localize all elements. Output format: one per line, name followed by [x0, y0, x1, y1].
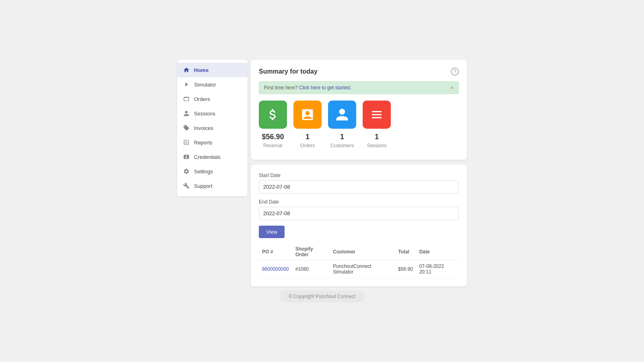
id-card-icon — [183, 153, 190, 160]
summary-title: Summary for today — [259, 68, 318, 75]
stat-revenue: $56.90 Revenue — [259, 101, 287, 148]
banner-close-button[interactable]: × — [450, 85, 454, 90]
sessions-label: Sessions — [367, 143, 387, 148]
main-wrapper: Home Simulator — [177, 60, 467, 286]
gear-icon — [183, 168, 190, 175]
cell-po: 8600000000 — [259, 260, 292, 278]
summary-card: Summary for today ? First time here? Cli… — [251, 60, 467, 160]
customers-icon-box — [328, 101, 356, 129]
cell-total: $56.90 — [395, 260, 416, 278]
sidebar-label-reports: Reports — [194, 140, 213, 146]
revenue-value: $56.90 — [262, 133, 284, 141]
orders-icon-box — [293, 101, 322, 129]
col-customer: Customer — [330, 244, 395, 260]
orders-label: Orders — [300, 143, 315, 148]
table-header: PO # Shopify Order Customer Total Date — [259, 244, 459, 260]
sidebar-item-invoices[interactable]: Invoices — [177, 121, 248, 135]
sidebar-label-invoices: Invoices — [194, 125, 213, 131]
start-date-input[interactable] — [259, 180, 459, 193]
sidebar-item-sessions[interactable]: Sessions — [177, 106, 248, 121]
table-body: 8600000000 #1080 PunchoutConnect Simulat… — [259, 260, 459, 278]
view-button[interactable]: View — [259, 226, 285, 238]
sidebar-label-sessions: Sessions — [194, 111, 215, 117]
sessions-value: 1 — [375, 133, 379, 141]
table-header-row: PO # Shopify Order Customer Total Date — [259, 244, 459, 260]
start-date-group: Start Date — [259, 173, 459, 193]
sidebar-label-simulator: Simulator — [194, 82, 216, 88]
col-shopify: Shopify Order — [292, 244, 330, 260]
end-date-input[interactable] — [259, 207, 459, 220]
cell-shopify: #1080 — [292, 260, 330, 278]
tag-icon — [183, 124, 190, 132]
col-date: Date — [416, 244, 459, 260]
footer-text: © Copyright Punchout Connect — [279, 290, 365, 302]
main-content: Summary for today ? First time here? Cli… — [251, 60, 467, 286]
cell-customer: PunchoutConnect Simulator — [330, 260, 395, 278]
user-icon — [183, 110, 190, 117]
customers-label: Customers — [330, 143, 354, 148]
stat-customers: 1 Customers — [328, 101, 356, 148]
play-icon — [183, 81, 190, 88]
banner: First time here? Click here to get start… — [259, 81, 459, 94]
end-date-label: End Date — [259, 199, 459, 205]
table-row: 8600000000 #1080 PunchoutConnect Simulat… — [259, 260, 459, 278]
orders-value: 1 — [305, 133, 310, 141]
sidebar-item-simulator[interactable]: Simulator — [177, 77, 248, 92]
cell-date: 07-08-2022 20:11 — [416, 260, 459, 278]
stat-sessions: 1 Sessions — [363, 101, 391, 148]
banner-text: First time here? Click here to get start… — [264, 85, 351, 90]
chart-icon — [183, 139, 190, 146]
sidebar-item-support[interactable]: Support — [177, 179, 248, 193]
date-filter-card: Start Date End Date View PO # Shopif — [251, 165, 467, 286]
customers-value: 1 — [340, 133, 344, 141]
sidebar-label-support: Support — [194, 183, 213, 189]
sidebar: Home Simulator — [177, 60, 248, 196]
box-icon — [183, 95, 190, 103]
sessions-icon-box — [363, 101, 391, 129]
revenue-icon-box — [259, 101, 287, 129]
sidebar-label-credentials: Credentials — [194, 154, 221, 160]
sidebar-label-settings: Settings — [194, 169, 213, 175]
sidebar-item-orders[interactable]: Orders — [177, 92, 248, 106]
orders-table: PO # Shopify Order Customer Total Date 8… — [259, 244, 459, 278]
footer: © Copyright Punchout Connect — [279, 290, 365, 302]
end-date-group: End Date — [259, 199, 459, 220]
stats-row: $56.90 Revenue 1 Orders — [259, 101, 459, 148]
stat-orders: 1 Orders — [293, 101, 322, 148]
banner-link[interactable]: Click here to get started. — [299, 85, 351, 90]
start-date-label: Start Date — [259, 173, 459, 178]
sidebar-label-home: Home — [194, 67, 208, 73]
wrench-icon — [183, 182, 190, 189]
revenue-label: Revenue — [263, 143, 283, 148]
po-link[interactable]: 8600000000 — [262, 266, 289, 272]
sidebar-item-settings[interactable]: Settings — [177, 164, 248, 179]
col-po: PO # — [259, 244, 292, 260]
sidebar-item-reports[interactable]: Reports — [177, 135, 248, 150]
card-header: Summary for today ? — [259, 68, 459, 76]
app-container: Home Simulator — [0, 0, 644, 362]
sidebar-item-home[interactable]: Home — [177, 63, 248, 77]
home-icon — [183, 66, 190, 74]
sidebar-label-orders: Orders — [194, 96, 210, 102]
help-icon[interactable]: ? — [451, 68, 459, 76]
col-total: Total — [395, 244, 416, 260]
sidebar-item-credentials[interactable]: Credentials — [177, 150, 248, 164]
